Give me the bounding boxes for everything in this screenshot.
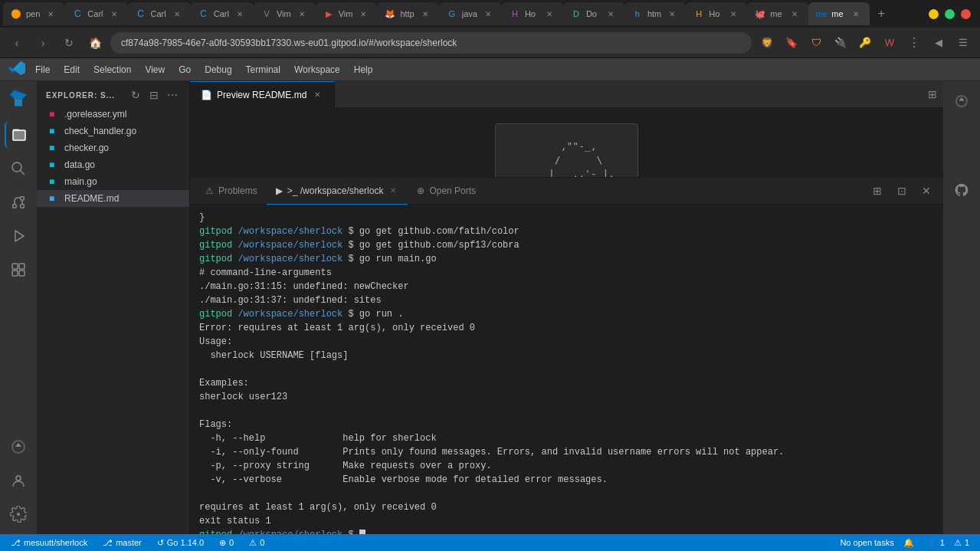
status-errors[interactable]: ⊕ 0	[215, 534, 238, 551]
terminal-tab-ports[interactable]: ⊕ Open Ports	[408, 178, 485, 205]
file-item-data[interactable]: ■ data.go	[37, 156, 189, 173]
menu-workspace[interactable]: Workspace	[288, 61, 346, 78]
tab-close-12[interactable]: ✕	[788, 8, 801, 20]
nav-home[interactable]: 🏠	[84, 32, 106, 54]
activity-source-control[interactable]	[5, 189, 32, 216]
status-sync[interactable]: ↺ Go 1.14.0	[152, 534, 208, 551]
svg-rect-8	[12, 264, 18, 269]
terminal-close-btn[interactable]: ✕	[916, 180, 937, 202]
tab-favicon-5: ▶	[323, 8, 334, 19]
terminal-split-btn[interactable]: ⊞	[867, 180, 888, 202]
menu-view[interactable]: View	[139, 61, 171, 78]
activity-settings[interactable]	[5, 500, 32, 528]
file-item-main[interactable]: ■ main.go	[37, 173, 189, 190]
tab-4[interactable]: V Vim ✕	[254, 2, 316, 25]
tab-close-7[interactable]: ✕	[482, 8, 494, 20]
menu-debug[interactable]: Debug	[198, 61, 238, 78]
menu-terminal[interactable]: Terminal	[240, 61, 287, 78]
status-branch[interactable]: ⎇ master	[98, 534, 146, 551]
overflow-icon[interactable]: ⋮	[903, 32, 925, 54]
file-item-goreleaser[interactable]: ■ .goreleaser.yml	[37, 106, 189, 123]
tab-13[interactable]: me me ✕	[808, 2, 870, 25]
editor-tab-preview-readme[interactable]: 📄 Preview README.md ✕	[190, 81, 335, 108]
new-tab-button[interactable]: +	[870, 2, 893, 25]
activity-gitpod[interactable]	[5, 433, 32, 461]
gitpod-right-icon[interactable]	[948, 87, 975, 115]
terminal-body[interactable]: } gitpod /workspace/sherlock $ go get gi…	[190, 205, 943, 534]
tab-8[interactable]: H Ho ✕	[502, 2, 563, 25]
tab-close-4[interactable]: ✕	[296, 8, 308, 20]
sync-label: Go 1.14.0	[167, 538, 204, 547]
activity-debug[interactable]	[5, 222, 32, 250]
terminal-maximize-btn[interactable]: ⊡	[891, 180, 913, 202]
sidebar-toggle[interactable]: ◀	[928, 32, 949, 54]
browser-chrome: 🟠 pen ✕ C Carl ✕ C Carl ✕ C Carl ✕ V Vim…	[0, 0, 980, 58]
tab-close-1[interactable]: ✕	[108, 8, 120, 20]
menu-selection[interactable]: Selection	[87, 61, 137, 78]
status-warnings[interactable]: ⚠ 0	[244, 534, 269, 551]
tab-close-0[interactable]: ✕	[44, 8, 57, 20]
menu-file[interactable]: File	[29, 61, 56, 78]
nav-refresh[interactable]: ↻	[58, 32, 80, 54]
password-icon[interactable]: 🔑	[854, 32, 876, 54]
tab-11[interactable]: H Ho ✕	[686, 2, 747, 25]
tab-close-3[interactable]: ✕	[234, 8, 246, 20]
nav-forward[interactable]: ›	[32, 32, 54, 54]
activity-search[interactable]	[5, 155, 32, 182]
file-item-checker[interactable]: ■ checker.go	[37, 139, 189, 156]
editor-tab-close-btn[interactable]: ✕	[311, 89, 323, 101]
menu-go[interactable]: Go	[172, 61, 197, 78]
status-repo[interactable]: ⎇ mesuutt/sherlock	[6, 534, 92, 551]
extension-icon[interactable]: 🔌	[830, 32, 851, 54]
tab-0[interactable]: 🟠 pen ✕	[3, 2, 64, 25]
status-notifications[interactable]: 🔔	[899, 534, 922, 551]
bookmark-icon[interactable]: 🔖	[781, 32, 802, 54]
refresh-icon[interactable]: ↻	[128, 87, 143, 103]
tab-2[interactable]: C Carl ✕	[128, 2, 191, 25]
tab-12[interactable]: 🐙 me ✕	[747, 2, 808, 25]
window-close[interactable]	[961, 9, 971, 19]
tab-close-9[interactable]: ✕	[605, 8, 617, 20]
tab-close-6[interactable]: ✕	[419, 8, 431, 20]
shell-tab-close[interactable]: ✕	[388, 185, 398, 196]
menu-help[interactable]: Help	[348, 61, 379, 78]
brave-icon[interactable]: 🦁	[756, 32, 778, 54]
tab-close-13[interactable]: ✕	[850, 8, 862, 20]
address-input[interactable]	[110, 32, 752, 54]
editor-split-btn[interactable]: ⊞	[922, 88, 943, 100]
right-github-icon[interactable]	[948, 176, 975, 204]
office-icon[interactable]: W	[879, 32, 900, 54]
tab-close-5[interactable]: ✕	[357, 8, 369, 20]
terminal-line-20: exit status 1	[199, 514, 934, 528]
tab-close-11[interactable]: ✕	[727, 8, 739, 20]
status-no-open-tasks[interactable]: No open tasks	[835, 534, 898, 551]
file-item-readme[interactable]: ■ README.md	[37, 190, 189, 207]
tab-5[interactable]: ▶ Vim ✕	[316, 2, 378, 25]
terminal-tab-problems[interactable]: ⚠ Problems	[196, 178, 267, 205]
menu-icon[interactable]: ☰	[952, 32, 974, 54]
nav-back[interactable]: ‹	[6, 32, 28, 54]
status-alert-count[interactable]: ⚠ 1	[949, 534, 974, 551]
window-maximize[interactable]	[945, 9, 955, 19]
tab-7[interactable]: G java ✕	[439, 2, 502, 25]
tab-10[interactable]: h htm ✕	[624, 2, 686, 25]
file-item-check-handler[interactable]: ■ check_handler.go	[37, 123, 189, 139]
tab-9[interactable]: D Do ✕	[563, 2, 624, 25]
tab-close-2[interactable]: ✕	[171, 8, 183, 20]
more-icon[interactable]: ⋯	[165, 87, 180, 103]
tab-6[interactable]: 🦊 http ✕	[377, 2, 438, 25]
activity-explorer[interactable]	[5, 121, 32, 149]
status-user-count[interactable]: 👤 1	[922, 534, 949, 551]
window-minimize[interactable]	[929, 9, 939, 19]
collapse-icon[interactable]: ⊟	[146, 87, 162, 103]
tab-3[interactable]: C Carl ✕	[191, 2, 254, 25]
activity-account[interactable]	[5, 467, 32, 494]
menu-edit[interactable]: Edit	[57, 61, 86, 78]
tab-close-8[interactable]: ✕	[543, 8, 556, 20]
activity-extensions[interactable]	[5, 256, 32, 284]
tab-1[interactable]: C Carl ✕	[64, 2, 127, 25]
file-icon-go4: ■	[49, 176, 60, 187]
tab-close-10[interactable]: ✕	[666, 8, 678, 20]
terminal-tab-shell[interactable]: ▶ >_ /workspace/sherlock ✕	[267, 178, 408, 205]
shield-icon[interactable]: 🛡	[805, 32, 827, 54]
